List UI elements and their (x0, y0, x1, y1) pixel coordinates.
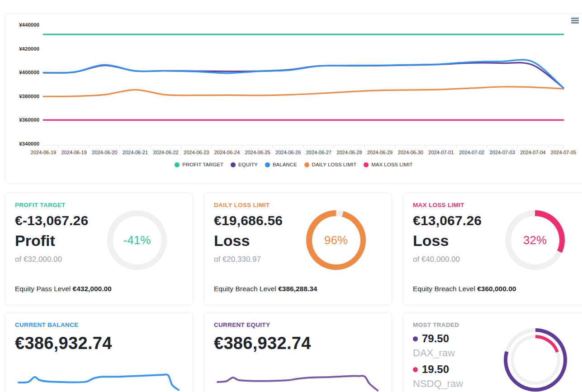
chart-legend: PROFIT TARGETEQUITYBALANCEDAILY LOSS LIM… (5, 162, 582, 167)
legend-item-equity[interactable]: EQUITY (231, 162, 258, 167)
footer-value: €432,000.00 (73, 285, 112, 293)
footer-value: €386,288.34 (278, 285, 317, 293)
sparkline-path (218, 376, 378, 390)
x-axis-label: 2024-07-02 (459, 150, 484, 155)
series-daily-loss-limit (43, 87, 563, 96)
x-axis-label: 2024-07-01 (428, 150, 454, 155)
x-axis-label: 2024-06-27 (306, 150, 331, 155)
x-axis-label: 2024-07-03 (490, 150, 515, 155)
card-footer: Equity Breach Level €386,288.34 (214, 285, 317, 293)
series-dot (413, 367, 418, 372)
legend-label: MAX LOSS LIMIT (371, 162, 412, 167)
y-axis-label: ¥400000 (19, 70, 39, 75)
x-axis-label: 2024-06-19 (62, 150, 87, 155)
legend-label: BALANCE (273, 162, 297, 167)
card-title: CURRENT BALANCE (15, 321, 183, 328)
card-title: DAILY LOSS LIMIT (214, 202, 382, 208)
y-axis-label: ¥440000 (19, 22, 39, 28)
current-equity-value: €386,932.74 (214, 334, 382, 353)
x-axis-label: 2024-06-30 (398, 150, 423, 155)
legend-label: PROFIT TARGET (182, 162, 223, 167)
y-axis-label: ¥340000 (19, 141, 39, 146)
max-loss-limit-card: MAX LOSS LIMIT €13,067.26 Loss of €40,00… (402, 192, 582, 305)
x-axis-label: 2024-06-25 (245, 150, 270, 155)
footer-label: Equity Breach Level (214, 285, 276, 293)
legend-dot (265, 162, 270, 167)
y-axis-label: ¥380000 (19, 94, 39, 99)
x-axis-label: 2024-06-28 (336, 150, 362, 155)
y-axis-label: ¥360000 (19, 117, 39, 123)
y-axis-label: ¥420000 (19, 46, 39, 52)
max-loss-donut: 32% (505, 210, 565, 270)
legend-dot (364, 162, 369, 167)
x-axis-label: 2024-06-24 (214, 150, 240, 155)
footer-label: Equity Pass Level (15, 285, 71, 293)
x-axis-label: 2024-06-26 (275, 150, 301, 155)
hamburger-icon (571, 18, 582, 24)
footer-label: Equity Breach Level (413, 285, 475, 293)
sparkline-path (19, 374, 179, 390)
max-loss-percent: 32% (523, 233, 547, 247)
performance-chart: ¥440000¥420000¥400000¥380000¥360000¥3400… (5, 14, 582, 160)
card-footer: Equity Breach Level €360,000.00 (413, 285, 516, 293)
series-equity (43, 63, 563, 88)
profit-target-percent: -41% (123, 233, 151, 247)
x-axis-label: 2024-06-29 (367, 150, 393, 155)
legend-item-daily-loss-limit[interactable]: DAILY LOSS LIMIT (304, 162, 357, 167)
x-axis-label: 2024-06-20 (92, 150, 117, 155)
current-equity-card: CURRENT EQUITY €386,932.74 (203, 312, 392, 392)
footer-value: €360,000.00 (477, 285, 516, 293)
profit-target-card: PROFIT TARGET €-13,067.26 Profit of €32,… (5, 192, 193, 305)
balance-sparkline (17, 365, 180, 392)
legend-label: EQUITY (238, 162, 258, 167)
most-traded-value: 79.50 (422, 332, 449, 345)
daily-loss-percent: 96% (324, 233, 348, 247)
x-axis-label: 2024-06-19 (31, 150, 56, 155)
legend-dot (304, 162, 309, 167)
card-title: MAX LOSS LIMIT (413, 202, 581, 208)
card-title: PROFIT TARGET (15, 202, 183, 208)
most-traded-donut (504, 328, 567, 392)
most-traded-inner-ring (511, 335, 560, 385)
most-traded-card: MOST TRADED 79.50 DAX_raw 19.50 NSDQ_raw (402, 312, 582, 392)
equity-sparkline (216, 365, 379, 392)
x-axis-label: 2024-07-04 (520, 150, 545, 155)
most-traded-value: 19.50 (422, 363, 449, 376)
legend-item-balance[interactable]: BALANCE (265, 162, 297, 167)
legend-label: DAILY LOSS LIMIT (312, 162, 357, 167)
card-footer: Equity Pass Level €432,000.00 (15, 285, 112, 293)
legend-item-profit-target[interactable]: PROFIT TARGET (175, 162, 223, 167)
performance-chart-card: ¥440000¥420000¥400000¥380000¥360000¥3400… (5, 14, 582, 184)
card-title: MOST TRADED (413, 321, 581, 328)
legend-item-max-loss-limit[interactable]: MAX LOSS LIMIT (364, 162, 412, 167)
chart-menu-button[interactable] (569, 16, 582, 30)
card-title: CURRENT EQUITY (214, 321, 382, 328)
daily-loss-donut: 96% (306, 210, 366, 270)
current-balance-value: €386,932.74 (15, 334, 183, 353)
x-axis-label: 2024-06-21 (123, 150, 148, 155)
series-dot (413, 336, 418, 341)
legend-dot (231, 162, 236, 167)
series-balance (43, 60, 563, 88)
x-axis-label: 2024-07-05 (551, 150, 576, 155)
current-balance-card: CURRENT BALANCE €386,932.74 (5, 312, 193, 392)
daily-loss-limit-card: DAILY LOSS LIMIT €19,686.56 Loss of €20,… (203, 192, 392, 305)
profit-target-donut: -41% (107, 210, 167, 270)
x-axis-label: 2024-06-22 (153, 150, 178, 155)
legend-dot (175, 162, 180, 167)
x-axis-label: 2024-06-23 (184, 150, 209, 155)
